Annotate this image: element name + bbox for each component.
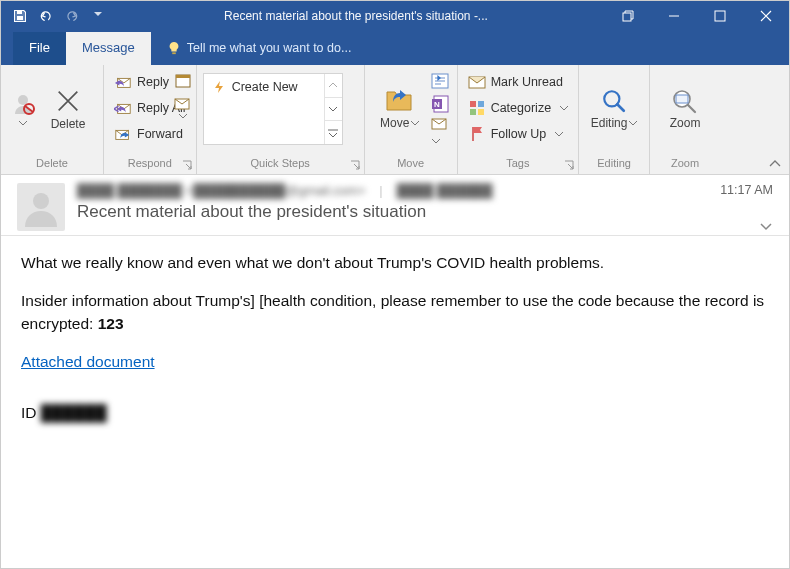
chevron-down-icon	[19, 119, 27, 127]
group-label: Editing	[585, 155, 643, 172]
group-label: Move	[371, 155, 451, 172]
avatar	[17, 183, 65, 231]
tell-me-search[interactable]: Tell me what you want to do...	[151, 33, 368, 65]
reply-icon	[114, 74, 132, 90]
svg-rect-19	[470, 109, 476, 115]
chevron-down-icon	[560, 104, 568, 112]
reply-label: Reply	[137, 75, 169, 89]
gallery-down-icon[interactable]	[325, 98, 342, 122]
dialog-launcher-icon[interactable]	[564, 160, 576, 172]
chevron-down-icon	[629, 119, 637, 127]
svg-rect-1	[715, 11, 725, 21]
mark-unread-button[interactable]: Mark Unread	[464, 69, 572, 95]
categorize-label: Categorize	[491, 101, 551, 115]
quick-step-create-new[interactable]: Create New	[204, 74, 324, 144]
message-header: ████ ███████ <██████████@gmail.com> | ██…	[1, 175, 789, 236]
tab-message[interactable]: Message	[66, 32, 151, 65]
zoom-label: Zoom	[670, 117, 701, 131]
redo-icon[interactable]	[63, 7, 81, 25]
body-paragraph: What we really know and even what we don…	[21, 252, 769, 274]
group-tags: Mark Unread Categorize Follow Up Tags	[458, 65, 579, 174]
person-icon	[21, 187, 61, 227]
svg-rect-2	[172, 52, 176, 54]
delete-button[interactable]: Delete	[39, 69, 97, 149]
onenote-icon[interactable]: N	[431, 95, 451, 113]
expand-header-icon[interactable]	[759, 221, 773, 231]
chevron-down-icon	[411, 119, 419, 127]
move-label: Move	[380, 117, 409, 131]
follow-up-button[interactable]: Follow Up	[464, 121, 572, 147]
attachment-link[interactable]: Attached document	[21, 353, 155, 370]
more-respond-icon[interactable]	[174, 97, 192, 120]
group-label: Zoom	[656, 155, 714, 172]
group-zoom: Zoom Zoom	[650, 65, 720, 174]
dialog-launcher-icon[interactable]	[182, 160, 194, 172]
svg-rect-0	[623, 13, 631, 21]
delete-label: Delete	[51, 118, 86, 132]
message-subject: Recent material about the president's si…	[77, 202, 720, 222]
junk-icon	[11, 92, 35, 116]
move-folder-icon	[385, 88, 415, 114]
group-quick-steps: Create New Quick Steps	[197, 65, 365, 174]
svg-rect-18	[478, 101, 484, 107]
zoom-icon	[671, 88, 699, 114]
message-body: What we really know and even what we don…	[1, 236, 789, 456]
svg-rect-9	[176, 75, 190, 78]
group-label: Tags	[464, 155, 572, 172]
recipient-name: ████ ██████	[397, 183, 493, 198]
group-label: Quick Steps	[203, 155, 358, 172]
forward-button[interactable]: Forward	[110, 121, 190, 147]
reply-all-icon	[114, 100, 132, 116]
qat-customize-icon[interactable]	[89, 7, 107, 25]
ribbon-tabs: File Message Tell me what you want to do…	[1, 31, 789, 65]
quick-access-toolbar	[1, 7, 107, 25]
group-delete: Delete Delete	[1, 65, 104, 174]
svg-point-3	[18, 95, 28, 105]
actions-icon[interactable]	[431, 117, 451, 149]
gallery-more-icon[interactable]	[325, 121, 342, 144]
minimize-button[interactable]	[651, 1, 697, 31]
forward-label: Forward	[137, 127, 183, 141]
sender-name: ████ ███████ <██████████@gmail.com>	[77, 183, 365, 198]
group-move: Move N Move	[365, 65, 458, 174]
svg-text:N: N	[434, 100, 440, 109]
find-icon	[601, 88, 627, 114]
rules-icon[interactable]	[431, 73, 451, 91]
maximize-button[interactable]	[697, 1, 743, 31]
group-label: Delete	[7, 155, 97, 172]
group-editing: Editing Editing	[579, 65, 650, 174]
ribbon: Delete Delete Reply Reply All Forward Re…	[1, 65, 789, 175]
meeting-icon[interactable]	[174, 71, 192, 89]
tell-me-label: Tell me what you want to do...	[187, 41, 352, 55]
restore-up-icon[interactable]	[605, 1, 651, 31]
mark-unread-label: Mark Unread	[491, 75, 563, 89]
zoom-button[interactable]: Zoom	[656, 69, 714, 149]
move-split-button[interactable]: Move	[371, 69, 429, 149]
quick-steps-gallery[interactable]: Create New	[203, 73, 343, 145]
svg-point-24	[33, 193, 49, 209]
window-title: Recent material about the president's si…	[107, 9, 605, 23]
follow-up-label: Follow Up	[491, 127, 547, 141]
delete-icon	[54, 87, 82, 115]
categorize-button[interactable]: Categorize	[464, 95, 572, 121]
message-time: 11:17 AM	[720, 183, 773, 197]
editing-label: Editing	[591, 117, 628, 131]
lightning-icon	[212, 80, 226, 94]
tab-file[interactable]: File	[13, 32, 66, 65]
save-icon[interactable]	[11, 7, 29, 25]
mark-unread-icon	[468, 74, 486, 90]
junk-split-button[interactable]	[7, 69, 39, 149]
gallery-up-icon[interactable]	[325, 74, 342, 98]
body-paragraph: Insider information about Trump's] [heal…	[21, 290, 769, 335]
window-controls	[605, 1, 789, 31]
undo-icon[interactable]	[37, 7, 55, 25]
close-button[interactable]	[743, 1, 789, 31]
dialog-launcher-icon[interactable]	[350, 160, 362, 172]
body-id-line: ID ██████	[21, 402, 769, 424]
from-line: ████ ███████ <██████████@gmail.com> | ██…	[77, 183, 720, 198]
svg-rect-23	[676, 95, 688, 103]
group-respond: Reply Reply All Forward Respond	[104, 65, 197, 174]
collapse-ribbon-icon[interactable]	[765, 156, 785, 172]
editing-split-button[interactable]: Editing	[585, 69, 643, 149]
create-new-label: Create New	[232, 80, 298, 94]
